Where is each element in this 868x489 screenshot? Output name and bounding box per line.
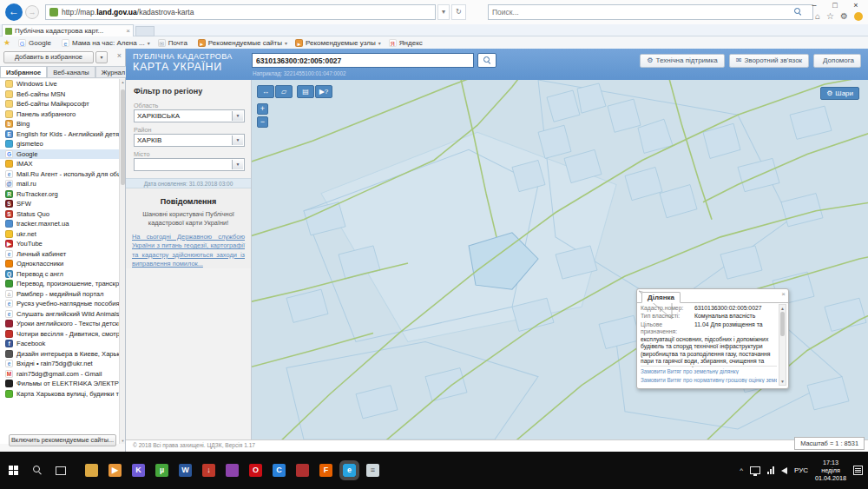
sidebar-item[interactable]: gismeteo bbox=[0, 139, 120, 149]
maximize-button[interactable]: □ bbox=[825, 0, 845, 11]
sidebar-item[interactable]: Одноклассники bbox=[0, 259, 120, 269]
signal-bars-icon[interactable] bbox=[767, 466, 774, 474]
clock[interactable]: 17:13 неділя 01.04.2018 bbox=[815, 459, 846, 482]
utorrent-icon[interactable]: µ bbox=[155, 464, 168, 477]
add-favorites-caret-icon[interactable]: ▾ bbox=[95, 51, 108, 63]
settings-gear-icon[interactable]: ⚙ bbox=[840, 11, 848, 21]
favorites-bar-item[interactable]: ✉ Почта bbox=[158, 39, 190, 47]
ie-icon[interactable]: e bbox=[343, 464, 356, 477]
tab-feeds[interactable]: Веб-каналы bbox=[47, 66, 95, 77]
header-button[interactable]: ✉ Зворотний зв'язок bbox=[729, 54, 809, 68]
browser-tab[interactable]: Публічна кадастрова карт... × bbox=[2, 24, 134, 36]
favorites-bar-item[interactable]: ▸ Рекомендуемые узлы ▾ bbox=[295, 39, 381, 47]
opera-icon[interactable]: O bbox=[249, 464, 262, 477]
sidebar-item[interactable]: Веб-сайты Майкрософт bbox=[0, 99, 120, 109]
app-blue-circle-icon[interactable]: C bbox=[273, 464, 286, 477]
cadastral-search-input[interactable] bbox=[252, 53, 474, 68]
print-icon[interactable]: ▤ bbox=[297, 85, 314, 98]
misto-select[interactable]: ▼ bbox=[134, 158, 245, 171]
scroll-down-icon[interactable]: ▼ bbox=[779, 379, 786, 384]
popup-scrollbar[interactable]: ▲ ▼ bbox=[779, 304, 786, 386]
firefox-icon[interactable]: F bbox=[319, 464, 332, 477]
compatibility-caret-icon[interactable]: ▾ bbox=[437, 4, 450, 20]
favorites-star-icon[interactable]: ☆ bbox=[826, 11, 834, 21]
sidebar-item[interactable]: e Вхідні • rain75dg@ukr.net bbox=[0, 359, 120, 369]
feedback-smiley-icon[interactable] bbox=[854, 12, 863, 21]
measure-distance-icon[interactable]: ↔ bbox=[257, 85, 274, 98]
sidebar-item[interactable]: e Mail.Ru Агент - используй для общения! bbox=[0, 169, 120, 180]
popup-tab-parcel[interactable]: Ділянка bbox=[641, 292, 681, 303]
tab-favorites[interactable]: Избранное bbox=[0, 66, 47, 77]
sidebar-item[interactable]: e Слушать английский Wild Animals bbox=[0, 309, 120, 320]
tab-close-icon[interactable]: × bbox=[126, 27, 130, 35]
minimize-button[interactable]: – bbox=[804, 0, 825, 11]
close-button[interactable]: × bbox=[845, 0, 866, 11]
scrollbar-thumb[interactable] bbox=[780, 312, 785, 336]
enable-suggested-sites-button[interactable]: Включить рекомендуемые сайты... bbox=[9, 434, 116, 446]
star-icon[interactable]: ★ bbox=[3, 38, 10, 47]
volume-icon[interactable] bbox=[781, 467, 787, 474]
identify-icon[interactable]: ▶? bbox=[315, 85, 332, 98]
sidebar-item[interactable]: Веб-сайты MSN bbox=[0, 89, 120, 100]
app-purple-icon[interactable] bbox=[226, 464, 239, 477]
header-button[interactable]: Допомога bbox=[813, 54, 861, 68]
sidebar-item[interactable]: Дизайн интерьера в Киеве, Харькова, П... bbox=[0, 349, 120, 360]
sidebar-item[interactable]: e Личный кабинет bbox=[0, 249, 120, 260]
scroll-up-icon[interactable]: ▲ bbox=[120, 80, 126, 84]
sidebar-item[interactable]: M rain75dg@gmail.com - Gmail bbox=[0, 369, 120, 380]
refresh-icon[interactable]: ↻ bbox=[451, 4, 466, 20]
browser-search-input[interactable] bbox=[488, 4, 813, 20]
add-to-favorites-button[interactable]: Добавить в избранное bbox=[3, 51, 94, 63]
sidebar-item[interactable]: Карта Харькова вулиці, будинки та орг... bbox=[0, 389, 120, 400]
back-button[interactable]: ← bbox=[5, 3, 23, 21]
sidebar-item[interactable]: Windows Live bbox=[0, 79, 120, 89]
scroll-up-icon[interactable]: ▲ bbox=[779, 306, 786, 311]
map-canvas[interactable]: ↔ ▱ ▤ ▶? + − ⚙ Шари Діля bbox=[252, 80, 868, 439]
popup-close-icon[interactable]: × bbox=[781, 290, 786, 298]
sidebar-item[interactable]: Перевод, произношение, транскрипция bbox=[0, 279, 120, 289]
favorites-bar-item[interactable]: ▸ Рекомендуемые сайты ▾ bbox=[198, 39, 287, 47]
header-button[interactable]: ⚙ Технічна підтримка bbox=[640, 54, 724, 68]
sidebar-scrollbar[interactable]: ▲ ▼ bbox=[119, 79, 125, 444]
favorites-bar-item[interactable]: G Google bbox=[18, 39, 54, 47]
sidebar-item[interactable]: Q Перевод с англ bbox=[0, 269, 120, 280]
app-red-icon[interactable] bbox=[296, 464, 309, 477]
file-explorer-icon[interactable] bbox=[85, 464, 98, 477]
sidebar-item[interactable]: e Русяз учебно-наглядные пособия bbox=[0, 299, 120, 309]
scrollbar-thumb[interactable] bbox=[121, 89, 125, 185]
word-icon[interactable]: W bbox=[179, 464, 192, 477]
taskbar-search-icon[interactable] bbox=[33, 466, 43, 475]
downloader-icon[interactable]: ↓ bbox=[202, 464, 215, 477]
cadastral-search-button[interactable] bbox=[477, 53, 496, 68]
order-extract-link[interactable]: Замовити Витяг про земельну ділянку bbox=[641, 368, 777, 374]
action-center-icon[interactable] bbox=[853, 466, 863, 475]
sidebar-item[interactable]: IMAX bbox=[0, 159, 120, 169]
layers-button[interactable]: ⚙ Шари bbox=[820, 87, 859, 100]
sidebar-item[interactable]: b Bing bbox=[0, 119, 120, 129]
scroll-down-icon[interactable]: ▼ bbox=[120, 439, 126, 443]
sidebar-item[interactable]: ⌂ Рамблер - медийный портал bbox=[0, 289, 120, 300]
home-icon[interactable]: ⌂ bbox=[815, 11, 820, 21]
favorites-bar-item[interactable]: Я Яндекс bbox=[389, 39, 425, 47]
sidebar-item[interactable]: G Google bbox=[0, 149, 120, 160]
notepad-icon[interactable]: ≡ bbox=[366, 464, 379, 477]
sidebar-item[interactable]: Панель избранного bbox=[0, 109, 120, 120]
favorites-bar-item[interactable]: e Мама на час: Алена ... ▾ bbox=[62, 39, 150, 47]
zoom-in-button[interactable]: + bbox=[257, 103, 268, 115]
address-bar[interactable]: http://map.land.gov.ua/kadastrova-karta bbox=[45, 4, 436, 20]
sidebar-item[interactable]: @ mail.ru bbox=[0, 179, 120, 189]
sidebar-item[interactable]: tracker.maxnet.ua bbox=[0, 219, 120, 229]
order-extract-link[interactable]: Замовити Витяг про нормативну грошову оц… bbox=[641, 377, 777, 383]
sidebar-item[interactable]: E English for Kids - Английский детям bbox=[0, 129, 120, 140]
forward-button[interactable]: → bbox=[25, 5, 39, 19]
oblast-select[interactable]: ХАРКІВСЬКА▼ bbox=[134, 109, 245, 122]
sidebar-item[interactable]: f Facebook bbox=[0, 339, 120, 349]
network-display-icon[interactable] bbox=[750, 466, 760, 474]
raion-select[interactable]: ХАРКІВ▼ bbox=[134, 134, 245, 147]
panel-close-icon[interactable]: × bbox=[117, 51, 122, 60]
sidebar-item[interactable]: R RuTracker.org bbox=[0, 189, 120, 200]
sidebar-item[interactable]: ukr.net bbox=[0, 229, 120, 240]
start-button[interactable] bbox=[9, 466, 18, 475]
task-view-icon[interactable] bbox=[56, 466, 66, 475]
sidebar-item[interactable]: Фильмы от ELEKTRI4KA ЭЛЕКТРИЧКА ... bbox=[0, 379, 120, 389]
